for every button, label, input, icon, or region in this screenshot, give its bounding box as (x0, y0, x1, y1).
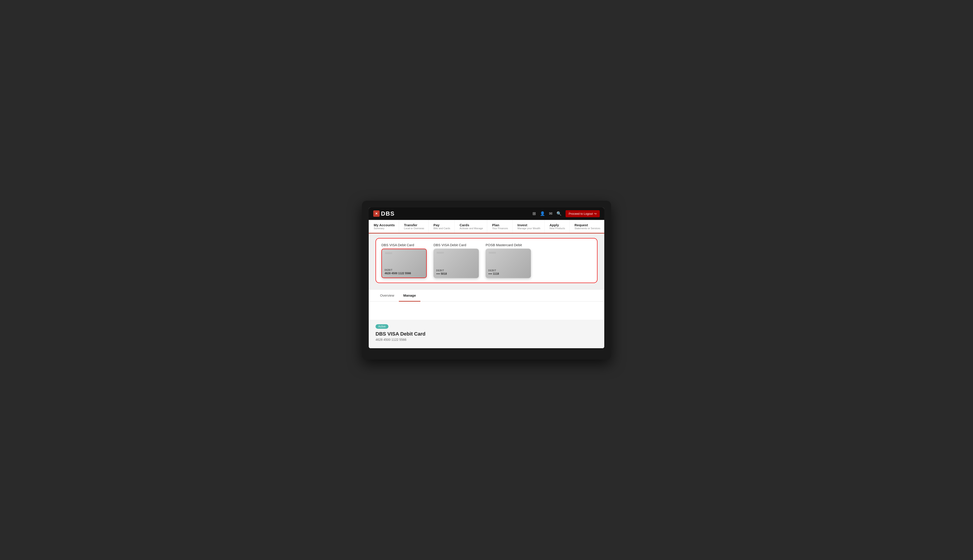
card-1-visual[interactable]: DEBIT 4628 4500 1122 5566 (381, 249, 427, 278)
card-1-type: DEBIT (385, 269, 423, 271)
active-card-number: 4628 4500 1122 5566 (376, 338, 597, 342)
card-2-chip (437, 252, 444, 253)
card-3-visual[interactable]: DEBIT •••• 1118 (486, 249, 531, 278)
dbs-logo-icon: ✕ (373, 210, 380, 217)
nav-apply[interactable]: Apply New Products (545, 220, 569, 233)
nav-my-accounts[interactable]: My Accounts Summary (369, 220, 399, 233)
search-icon[interactable]: 🔍 (557, 211, 562, 216)
nav-cards[interactable]: Cards Activate and Manage (455, 220, 487, 233)
card-1-chip (385, 252, 392, 254)
nav-transfer-main: Transfer (404, 223, 418, 227)
logout-button[interactable]: Proceed to Logout ↪ (565, 210, 600, 217)
logout-label: Proceed to Logout (569, 212, 593, 215)
laptop-frame: ✕ DBS ⊞ 👤 ✉ 🔍 Proceed to Logout ↪ My Acc… (362, 201, 611, 360)
overview-tab[interactable]: Overview (376, 290, 399, 302)
mail-icon[interactable]: ✉ (549, 211, 552, 216)
nav-apply-sub: New Products (550, 227, 565, 230)
card-row: DBS VISA Debit Card DEBIT 4628 4500 1122… (381, 243, 592, 278)
card-3-number: •••• 1118 (488, 272, 528, 275)
screen: ✕ DBS ⊞ 👤 ✉ 🔍 Proceed to Logout ↪ My Acc… (369, 207, 604, 348)
nav-invest-main: Invest (518, 223, 527, 227)
card-2-visual[interactable]: DEBIT •••• 5018 (433, 249, 479, 278)
tabs-area: Overview Manage (369, 290, 604, 302)
nav-plan[interactable]: Plan Your Finances (487, 220, 513, 233)
main-content: DBS VISA Debit Card DEBIT 4628 4500 1122… (369, 233, 604, 290)
nav-my-accounts-sub: Summary (374, 227, 385, 230)
nav-request-main: Request (575, 223, 588, 227)
below-tabs-area (369, 302, 604, 320)
status-badge: Active (376, 324, 388, 329)
card-selector-box: DBS VISA Debit Card DEBIT 4628 4500 1122… (376, 238, 597, 283)
card-2-number: •••• 5018 (436, 272, 476, 275)
nav-pay-main: Pay (433, 223, 440, 227)
nav-invest-sub: Manage your Wealth (518, 227, 540, 230)
active-section: Active DBS VISA Debit Card 4628 4500 112… (369, 320, 604, 348)
card-1-label: DBS VISA Debit Card (381, 243, 414, 247)
nav-cards-sub: Activate and Manage (460, 227, 483, 230)
nav-pay-sub: Bills and Cards (433, 227, 450, 230)
active-card-title: DBS VISA Debit Card (376, 331, 597, 337)
nav-transfer[interactable]: Transfer Local or Overseas (399, 220, 428, 233)
nav-invest[interactable]: Invest Manage your Wealth (513, 220, 545, 233)
nav-plan-main: Plan (492, 223, 500, 227)
nav-cards-main: Cards (460, 223, 469, 227)
manage-tab[interactable]: Manage (399, 290, 421, 302)
logout-icon: ↪ (594, 212, 597, 215)
network-icon[interactable]: ⊞ (532, 211, 536, 216)
nav-my-accounts-main: My Accounts (374, 223, 395, 227)
nav-apply-main: Apply (550, 223, 559, 227)
dbs-logo-text: DBS (381, 210, 395, 217)
card-2-type: DEBIT (436, 269, 476, 272)
card-2-label: DBS VISA Debit Card (433, 243, 466, 247)
nav-request[interactable]: Request Statements or Services (570, 220, 604, 233)
card-1-number: 4628 4500 1122 5566 (385, 272, 423, 275)
nav-transfer-sub: Local or Overseas (404, 227, 424, 230)
card-item-1: DBS VISA Debit Card DEBIT 4628 4500 1122… (381, 243, 427, 278)
card-item-2: DBS VISA Debit Card DEBIT •••• 5018 (433, 243, 479, 278)
logo-area: ✕ DBS (373, 210, 395, 217)
card-item-3: POSB Mastercard Debit DEBIT •••• 1118 (486, 243, 531, 278)
nav-bar: My Accounts Summary Transfer Local or Ov… (369, 220, 604, 233)
card-3-label: POSB Mastercard Debit (486, 243, 522, 247)
nav-plan-sub: Your Finances (492, 227, 508, 230)
top-bar: ✕ DBS ⊞ 👤 ✉ 🔍 Proceed to Logout ↪ (369, 207, 604, 220)
user-icon[interactable]: 👤 (540, 211, 545, 216)
nav-request-sub: Statements or Services (575, 227, 600, 230)
card-3-chip (489, 252, 496, 253)
top-icons-area: ⊞ 👤 ✉ 🔍 Proceed to Logout ↪ (532, 210, 600, 217)
card-3-type: DEBIT (488, 269, 528, 272)
nav-pay[interactable]: Pay Bills and Cards (428, 220, 455, 233)
